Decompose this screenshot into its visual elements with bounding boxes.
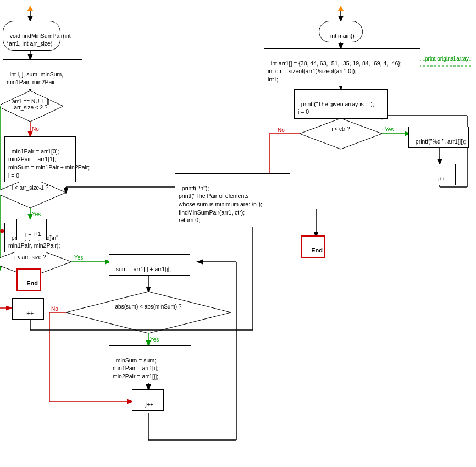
end-box-left: End bbox=[16, 268, 41, 291]
j-inc-box: j++ bbox=[132, 389, 164, 411]
svg-marker-26 bbox=[66, 292, 231, 333]
svg-text:Yes: Yes bbox=[32, 211, 41, 217]
svg-text:Yes: Yes bbox=[150, 337, 159, 343]
sum-box: sum = arr1[i] + arr1[j]; bbox=[109, 254, 190, 276]
svg-marker-48 bbox=[300, 118, 382, 149]
i-inc-outer-box: i++ bbox=[12, 298, 44, 320]
left-header-box: void findMinSumPair(int *arr1, int arr_s… bbox=[3, 21, 60, 51]
svg-text:No: No bbox=[278, 127, 285, 133]
svg-marker-43 bbox=[338, 6, 344, 11]
svg-text:Yes: Yes bbox=[74, 255, 83, 261]
end-box-right: End bbox=[301, 235, 325, 258]
main-header-box: int main() bbox=[319, 21, 363, 42]
svg-marker-4 bbox=[0, 91, 63, 122]
declare-box: int i, j, sum, minSum, min1Pair, min2Pai… bbox=[3, 59, 82, 89]
print-header-box: printf("The given array is : "); i = 0 bbox=[294, 89, 388, 119]
init-box: min1Pair = arr1[0]; min2Pair = arr1[1]; … bbox=[4, 136, 76, 182]
update-box: minSum = sum; min1Pair = arr1[i]; min2Pa… bbox=[109, 345, 191, 383]
svg-text:No: No bbox=[32, 126, 39, 132]
svg-marker-0 bbox=[27, 6, 33, 11]
init-arr-box: int arr1[] = {38, 44, 63, -51, -35, 19, … bbox=[264, 48, 420, 86]
annotation-text: print original array bbox=[425, 55, 469, 62]
print-result-box: printf("\n"); printf("The Pair of elemen… bbox=[175, 173, 290, 227]
i-inc-main-box: i++ bbox=[424, 164, 456, 185]
printf-elem-box: printf("%d ", arr1[i]); bbox=[408, 127, 469, 148]
svg-text:Yes: Yes bbox=[385, 127, 394, 133]
svg-text:No: No bbox=[51, 306, 58, 312]
j-init-box: j = i+1 bbox=[16, 219, 47, 240]
